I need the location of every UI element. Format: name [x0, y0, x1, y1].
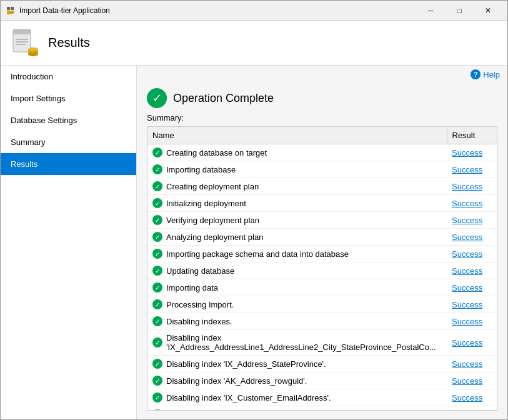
- row-name-text: Disabling index 'IX_Customer_EmailAddres…: [166, 393, 331, 402]
- svg-rect-5: [13, 29, 31, 34]
- table-cell-name: ✓Disabling index 'AK_Customer_rowguid'.: [147, 406, 447, 411]
- result-success-link[interactable]: Success: [452, 376, 482, 386]
- operation-title: Operation Complete: [173, 92, 274, 105]
- table-cell-name: ✓Creating database on target: [147, 144, 447, 161]
- result-success-link[interactable]: Success: [452, 249, 482, 259]
- result-success-link[interactable]: Success: [452, 232, 482, 242]
- result-success-link[interactable]: Success: [452, 393, 482, 402]
- results-table: Name Result ✓Creating database on target…: [147, 127, 497, 411]
- sidebar-item-results[interactable]: Results: [1, 153, 136, 175]
- table-row: ✓Processing Import.Success: [147, 296, 497, 313]
- main-content: ? Help ✓ Operation Complete Summary: Nam…: [137, 66, 507, 420]
- result-success-link[interactable]: Success: [452, 266, 482, 276]
- table-cell-result: Success: [447, 161, 497, 178]
- maximize-button[interactable]: □: [445, 1, 474, 21]
- table-cell-result: Success: [447, 406, 497, 411]
- table-cell-name: ✓Disabling index 'IX_Customer_EmailAddre…: [147, 389, 447, 406]
- result-success-link[interactable]: Success: [452, 216, 482, 225]
- result-success-link[interactable]: Success: [452, 410, 482, 411]
- table-cell-name: ✓Importing database: [147, 161, 447, 178]
- header: Results: [1, 21, 507, 66]
- svg-rect-1: [7, 7, 10, 10]
- result-success-link[interactable]: Success: [452, 338, 482, 348]
- title-bar: Import Data-tier Application ─ □ ✕: [1, 1, 507, 21]
- help-link[interactable]: ? Help: [471, 69, 500, 79]
- row-success-icon: ✓: [152, 148, 162, 158]
- row-name-text: Disabling index 'AK_Customer_rowguid'.: [166, 410, 312, 411]
- table-row: ✓Importing package schema and data into …: [147, 246, 497, 262]
- row-success-icon: ✓: [152, 249, 162, 259]
- result-success-link[interactable]: Success: [452, 317, 482, 326]
- table-row: ✓Disabling index 'IX_Address_StateProvin…: [147, 356, 497, 372]
- table-row: ✓Analyzing deployment planSuccess: [147, 229, 497, 246]
- header-icon: [11, 28, 41, 58]
- row-success-icon: ✓: [152, 338, 162, 348]
- col-header-name: Name: [147, 127, 447, 144]
- table-row: ✓Disabling index 'IX_Customer_EmailAddre…: [147, 389, 497, 406]
- result-success-link[interactable]: Success: [452, 199, 482, 208]
- table-cell-name: ✓Disabling index 'IX_Address_AddressLine…: [147, 330, 447, 355]
- svg-rect-2: [11, 7, 14, 10]
- help-label: Help: [483, 70, 500, 79]
- svg-rect-0: [7, 11, 11, 14]
- row-name-text: Analyzing deployment plan: [166, 232, 263, 242]
- table-cell-result: Success: [447, 195, 497, 212]
- close-button[interactable]: ✕: [474, 1, 502, 21]
- table-cell-result: Success: [447, 229, 497, 246]
- result-success-link[interactable]: Success: [452, 300, 482, 309]
- row-success-icon: ✓: [152, 164, 162, 174]
- row-name-text: Creating database on target: [166, 148, 267, 158]
- table-cell-result: Success: [447, 246, 497, 262]
- table-cell-name: ✓Disabling index 'AK_Address_rowguid'.: [147, 372, 447, 389]
- row-name-text: Initializing deployment: [166, 199, 246, 208]
- table-cell-result: Success: [447, 144, 497, 161]
- result-success-link[interactable]: Success: [452, 182, 482, 191]
- sidebar-item-database-settings[interactable]: Database Settings: [1, 109, 136, 131]
- sidebar: Introduction Import Settings Database Se…: [1, 66, 137, 420]
- table-cell-name: ✓Importing data: [147, 279, 447, 296]
- table-cell-name: ✓Updating database: [147, 262, 447, 279]
- table-row: ✓Initializing deploymentSuccess: [147, 195, 497, 212]
- result-success-link[interactable]: Success: [452, 165, 482, 174]
- content-area: Introduction Import Settings Database Se…: [1, 66, 507, 420]
- row-success-icon: ✓: [152, 266, 162, 276]
- row-name-text: Disabling index 'IX_Address_StateProvinc…: [166, 359, 326, 369]
- table-cell-name: ✓Initializing deployment: [147, 195, 447, 211]
- row-name-text: Processing Import.: [166, 300, 234, 309]
- col-header-result: Result: [447, 127, 497, 144]
- table-cell-name: ✓Importing package schema and data into …: [147, 246, 447, 262]
- row-success-icon: ✓: [152, 316, 162, 326]
- table-cell-result: Success: [447, 389, 497, 406]
- title-bar-text: Import Data-tier Application: [19, 6, 416, 15]
- table-row: ✓Importing databaseSuccess: [147, 161, 497, 178]
- svg-rect-3: [11, 11, 14, 14]
- row-name-text: Creating deployment plan: [166, 182, 259, 191]
- result-success-link[interactable]: Success: [452, 283, 482, 292]
- main-layout: Results Introduction Import Settings Dat…: [1, 21, 507, 420]
- page-title: Results: [48, 36, 90, 50]
- table-row: ✓Updating databaseSuccess: [147, 262, 497, 279]
- minimize-button[interactable]: ─: [416, 1, 445, 21]
- row-success-icon: ✓: [152, 198, 162, 208]
- table-cell-result: Success: [447, 262, 497, 279]
- sidebar-item-introduction[interactable]: Introduction: [1, 66, 136, 88]
- result-success-link[interactable]: Success: [452, 359, 482, 369]
- operation-header: ✓ Operation Complete: [147, 88, 497, 108]
- sidebar-item-import-settings[interactable]: Import Settings: [1, 88, 136, 109]
- result-success-link[interactable]: Success: [452, 148, 482, 158]
- row-name-text: Importing package schema and data into d…: [166, 249, 349, 259]
- sidebar-item-summary[interactable]: Summary: [1, 131, 136, 153]
- row-name-text: Disabling index 'IX_Address_AddressLine1…: [166, 333, 442, 352]
- row-success-icon: ✓: [152, 282, 162, 292]
- table-row: ✓Creating database on targetSuccess: [147, 144, 497, 161]
- table-header-row: Name Result: [147, 127, 497, 144]
- table-cell-name: ✓Disabling indexes.: [147, 313, 447, 329]
- table-cell-result: Success: [447, 296, 497, 313]
- table-cell-result: Success: [447, 356, 497, 372]
- table-body: ✓Creating database on targetSuccess✓Impo…: [147, 144, 497, 411]
- table-cell-result: Success: [447, 279, 497, 296]
- table-cell-result: Success: [447, 178, 497, 195]
- table-cell-name: ✓Analyzing deployment plan: [147, 229, 447, 245]
- results-table-wrapper[interactable]: Name Result ✓Creating database on target…: [147, 126, 497, 411]
- row-name-text: Updating database: [166, 266, 234, 276]
